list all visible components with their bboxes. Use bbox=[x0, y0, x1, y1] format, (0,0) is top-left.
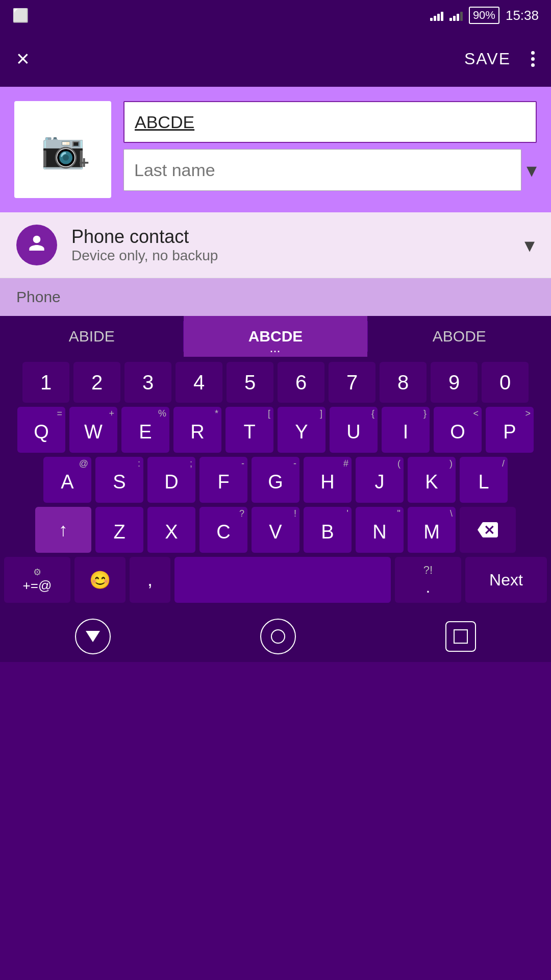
key-8[interactable]: 8 bbox=[380, 362, 427, 403]
expand-name-icon[interactable]: ▾ bbox=[527, 158, 537, 182]
comma-key[interactable]: , bbox=[130, 557, 170, 603]
zxcv-row: ↑ Z X ?C !V 'B "N \M bbox=[4, 507, 547, 553]
key-k[interactable]: )K bbox=[408, 457, 456, 503]
camera-icon: 📷 bbox=[41, 130, 85, 169]
key-u[interactable]: {U bbox=[330, 407, 378, 453]
key-m[interactable]: \M bbox=[408, 507, 456, 553]
contact-type-icon bbox=[16, 225, 57, 265]
contact-type-row[interactable]: Phone contact Device only, no backup ▾ bbox=[0, 212, 551, 278]
suggestion-abide[interactable]: ABIDE bbox=[0, 316, 183, 357]
key-2[interactable]: 2 bbox=[73, 362, 120, 403]
home-button[interactable] bbox=[260, 619, 296, 654]
signal-icon-1 bbox=[430, 10, 443, 21]
first-name-input[interactable] bbox=[123, 101, 537, 143]
next-key[interactable]: Next bbox=[465, 557, 547, 603]
key-r[interactable]: *R bbox=[173, 407, 221, 453]
back-button[interactable] bbox=[75, 619, 111, 654]
key-a[interactable]: @A bbox=[43, 457, 91, 503]
contact-form: 📷 + ▾ bbox=[0, 87, 551, 212]
key-y[interactable]: ]Y bbox=[278, 407, 325, 453]
key-1[interactable]: 1 bbox=[22, 362, 69, 403]
key-j[interactable]: (J bbox=[356, 457, 404, 503]
phone-label: Phone bbox=[16, 288, 61, 305]
more-options-button[interactable] bbox=[531, 51, 535, 67]
status-time: 15:38 bbox=[506, 8, 539, 23]
save-button[interactable]: SAVE bbox=[464, 50, 511, 68]
shift-key[interactable]: ↑ bbox=[35, 507, 91, 553]
emoji-key[interactable]: 😊 bbox=[74, 557, 126, 603]
add-photo-icon: + bbox=[79, 153, 89, 173]
key-g[interactable]: -G bbox=[252, 457, 299, 503]
key-7[interactable]: 7 bbox=[329, 362, 375, 403]
bottom-row: ⚙ +=@ 😊 , ?! . Next bbox=[4, 557, 547, 603]
key-t[interactable]: [T bbox=[226, 407, 273, 453]
delete-key[interactable] bbox=[460, 507, 516, 553]
asdf-row: @A :S ;D -F -G #H (J )K /L bbox=[4, 457, 547, 503]
key-o[interactable]: <O bbox=[434, 407, 482, 453]
contact-type-title: Phone contact bbox=[71, 226, 510, 248]
last-name-input[interactable] bbox=[123, 149, 521, 191]
signal-icon-2 bbox=[449, 10, 463, 21]
key-z[interactable]: Z bbox=[95, 507, 143, 553]
key-6[interactable]: 6 bbox=[278, 362, 324, 403]
key-e[interactable]: %E bbox=[121, 407, 169, 453]
key-0[interactable]: 0 bbox=[482, 362, 529, 403]
key-h[interactable]: #H bbox=[304, 457, 352, 503]
suggestion-abode[interactable]: ABODE bbox=[368, 316, 551, 357]
key-q[interactable]: =Q bbox=[17, 407, 65, 453]
contact-type-expand-icon[interactable]: ▾ bbox=[524, 233, 535, 257]
key-d[interactable]: ;D bbox=[147, 457, 195, 503]
phone-section: Phone bbox=[0, 278, 551, 316]
navigation-bar bbox=[0, 611, 551, 662]
key-w[interactable]: +W bbox=[69, 407, 117, 453]
recents-button[interactable] bbox=[445, 621, 476, 652]
avatar-upload-button[interactable]: 📷 + bbox=[14, 101, 111, 198]
symbols-key[interactable]: ⚙ +=@ bbox=[4, 557, 70, 603]
battery-indicator: 90% bbox=[469, 7, 499, 24]
suggestion-abcde[interactable]: ABCDE bbox=[184, 316, 367, 357]
qwerty-row: =Q +W %E *R [T ]Y {U }I <O >P bbox=[4, 407, 547, 453]
keyboard: 1 2 3 4 5 6 7 8 9 0 =Q +W %E *R [T ]Y {U… bbox=[0, 357, 551, 611]
contact-type-subtitle: Device only, no backup bbox=[71, 248, 510, 264]
key-n[interactable]: "N bbox=[356, 507, 404, 553]
key-b[interactable]: 'B bbox=[304, 507, 352, 553]
contact-type-info: Phone contact Device only, no backup bbox=[71, 226, 510, 264]
period-key[interactable]: ?! . bbox=[395, 557, 461, 603]
key-5[interactable]: 5 bbox=[227, 362, 273, 403]
key-3[interactable]: 3 bbox=[124, 362, 171, 403]
key-s[interactable]: :S bbox=[95, 457, 143, 503]
key-c[interactable]: ?C bbox=[199, 507, 247, 553]
key-l[interactable]: /L bbox=[460, 457, 508, 503]
space-key[interactable] bbox=[174, 557, 391, 603]
key-9[interactable]: 9 bbox=[431, 362, 478, 403]
thumbnail-icon: ⬜ bbox=[12, 8, 29, 23]
number-row: 1 2 3 4 5 6 7 8 9 0 bbox=[4, 362, 547, 403]
key-v[interactable]: !V bbox=[252, 507, 299, 553]
key-x[interactable]: X bbox=[147, 507, 195, 553]
close-button[interactable]: × bbox=[16, 46, 30, 71]
key-4[interactable]: 4 bbox=[176, 362, 222, 403]
key-p[interactable]: >P bbox=[486, 407, 534, 453]
key-f[interactable]: -F bbox=[199, 457, 247, 503]
key-i[interactable]: }I bbox=[382, 407, 430, 453]
suggestion-bar: ABIDE ABCDE ABODE bbox=[0, 316, 551, 357]
